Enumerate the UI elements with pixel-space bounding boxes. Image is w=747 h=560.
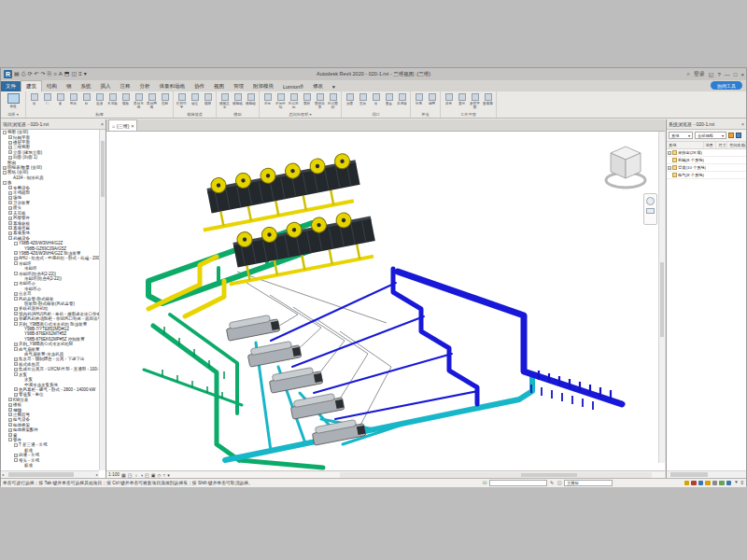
close-icon[interactable]: × (101, 121, 104, 127)
column-header-流量[interactable]: 流量 (704, 142, 717, 148)
ribbon-group-label[interactable]: 洞口 (344, 111, 408, 118)
expand-icon[interactable]: + (8, 428, 12, 432)
expand-icon[interactable]: + (8, 196, 12, 200)
collapse-icon[interactable]: - (14, 372, 18, 376)
tab-体量和场地[interactable]: 体量和场地 (155, 81, 190, 91)
system-row[interactable]: 机械(8 个系统) (667, 157, 746, 164)
ribbon-button-垂直[interactable]: 垂直 (383, 92, 395, 105)
ribbon-button-参照平面[interactable]: 参照平面 (469, 92, 481, 109)
ribbon-button-幕墙网格[interactable]: 幕墙网格 (146, 92, 158, 109)
expand-icon[interactable]: + (8, 141, 12, 145)
collapse-icon[interactable]: - (8, 438, 12, 441)
ribbon-button-幕墙系统[interactable]: 幕墙系统 (133, 92, 145, 109)
project-browser-hscrollbar[interactable]: ◂ ▸ (1, 470, 99, 478)
steering-wheel-icon[interactable] (646, 197, 655, 205)
ribbon-button-模型线[interactable]: 模型线 (232, 92, 244, 105)
ribbon-button-轴网[interactable]: 轴网 (426, 92, 438, 105)
ribbon-button-房间[interactable]: 房间 (261, 92, 274, 105)
ribbon-button-天花板[interactable]: 天花板 (106, 92, 119, 105)
view-select[interactable]: 系统▾ (669, 132, 693, 139)
expand-icon[interactable]: + (8, 231, 12, 235)
collapse-icon[interactable]: - (3, 171, 7, 175)
expand-icon[interactable]: + (668, 166, 671, 170)
collapse-icon[interactable]: - (14, 297, 18, 301)
expand-icon[interactable]: + (8, 186, 12, 189)
column-header-空间名称[interactable]: 空间名称 (727, 142, 746, 148)
design-option-select[interactable]: 主模型 (564, 480, 613, 486)
expand-icon[interactable]: + (8, 403, 12, 407)
tree-item[interactable]: +带暖风机的消防柜 - 带回风口铝盒 - 底部排气 (1, 316, 99, 321)
column-header-尺寸[interactable]: 尺寸 (716, 142, 727, 148)
expand-icon[interactable]: + (14, 312, 18, 315)
workset-select[interactable] (489, 480, 547, 486)
expand-icon[interactable]: + (14, 393, 18, 397)
expand-icon[interactable]: + (8, 206, 12, 210)
expand-icon[interactable]: + (8, 146, 12, 149)
ribbon-button-房间分隔[interactable]: 房间分隔 (275, 92, 287, 109)
tree-item[interactable]: -开利_Y98B离心式冷水机组 防冻装置 (1, 321, 99, 326)
autofit-icon[interactable] (728, 133, 734, 138)
tab-file[interactable]: 文件 (1, 81, 21, 91)
column-header-系统[interactable]: 系统 (667, 142, 704, 148)
status-icon-4[interactable] (712, 481, 718, 486)
expand-icon[interactable]: + (14, 368, 18, 371)
collapse-icon[interactable]: - (14, 322, 18, 326)
worksets-icon[interactable]: ⛁ (482, 480, 487, 485)
expand-icon[interactable]: + (14, 257, 18, 260)
ribbon-button-栏杆扶手[interactable]: 栏杆扶手 (176, 92, 188, 109)
close-icon[interactable]: × (740, 72, 744, 77)
expand-icon[interactable]: + (14, 251, 18, 255)
expand-icon[interactable]: + (8, 150, 12, 154)
ribbon-group-label[interactable]: 构建 (28, 111, 171, 118)
ribbon-button-柱[interactable]: 柱 (80, 92, 92, 105)
system-browser-hscrollbar[interactable] (667, 470, 746, 478)
status-icon-2[interactable] (698, 481, 704, 486)
ribbon-button-坡道[interactable]: 坡道 (189, 92, 201, 105)
sign-in-label[interactable]: 登录 (694, 70, 705, 78)
expand-icon[interactable]: + (14, 454, 18, 457)
zoom-tool-icon[interactable] (646, 208, 655, 214)
ribbon-button-墙[interactable]: 墙 (28, 92, 40, 105)
expand-icon[interactable]: + (8, 413, 12, 416)
ribbon-button-楼板[interactable]: 楼板 (120, 92, 132, 105)
ribbon-button-楼梯[interactable]: 楼梯 (202, 92, 214, 105)
tab-▾[interactable]: ▾ (328, 82, 340, 91)
tree-item[interactable]: +集成芯分离器 - UXCM-H 型 - 直通型 - 100-175-CN (1, 367, 99, 371)
tab-管理[interactable]: 管理 (229, 81, 248, 91)
ribbon-button-屋顶[interactable]: 屋顶 (93, 92, 106, 105)
expand-icon[interactable]: + (8, 211, 12, 215)
tab-结构[interactable]: 结构 (42, 81, 62, 91)
ribbon-button-老虎窗[interactable]: 老虎窗 (396, 92, 408, 105)
expand-icon[interactable]: + (14, 343, 18, 346)
grid-header[interactable]: 系统流量尺寸空间名称 (667, 142, 746, 149)
system-row[interactable]: 电气(8 个系统) (667, 172, 746, 179)
tree-item[interactable]: +热风幕柜 - 暖气 - 卧式 - 2800 - 14000 kW (1, 387, 99, 392)
ribbon-group-label[interactable]: 模型 (218, 111, 257, 118)
ribbon-button-面积边界[interactable]: 面积边界 (314, 92, 326, 109)
drawing-canvas[interactable] (106, 131, 665, 470)
tab-修改[interactable]: 修改 (308, 81, 328, 91)
navigation-bar[interactable] (643, 193, 657, 225)
tab-协作[interactable]: 协作 (190, 81, 209, 91)
tab-钢[interactable]: 钢 (62, 81, 77, 91)
tab-插入[interactable]: 插入 (96, 81, 116, 91)
columns-icon[interactable] (736, 133, 741, 138)
expand-icon[interactable]: + (668, 151, 671, 155)
filter-icon[interactable]: ▼ (733, 480, 739, 485)
view-tab-close-icon[interactable]: × (131, 123, 134, 129)
expand-icon[interactable]: + (8, 191, 12, 195)
ribbon-group-label[interactable]: 选择 ▾ (3, 111, 23, 118)
expand-icon[interactable]: + (8, 408, 12, 412)
expand-icon[interactable]: + (3, 166, 7, 170)
design-options-icon[interactable]: ◫ (557, 480, 562, 485)
restore-icon[interactable]: □ (734, 72, 738, 77)
ribbon-button-标高[interactable]: 标高 (413, 92, 425, 105)
ribbon-button-竖井[interactable]: 竖井 (357, 92, 369, 105)
collapse-icon[interactable]: - (14, 443, 18, 447)
expand-icon[interactable]: + (8, 418, 12, 422)
expand-icon[interactable]: + (8, 221, 12, 225)
tab-附加模块[interactable]: 附加模块 (248, 81, 278, 91)
ribbon-button-门[interactable]: 门 (41, 92, 53, 105)
system-row[interactable]: +管道(10 个系统) (667, 164, 746, 172)
ribbon-button-模型组[interactable]: 模型组 (245, 92, 257, 105)
